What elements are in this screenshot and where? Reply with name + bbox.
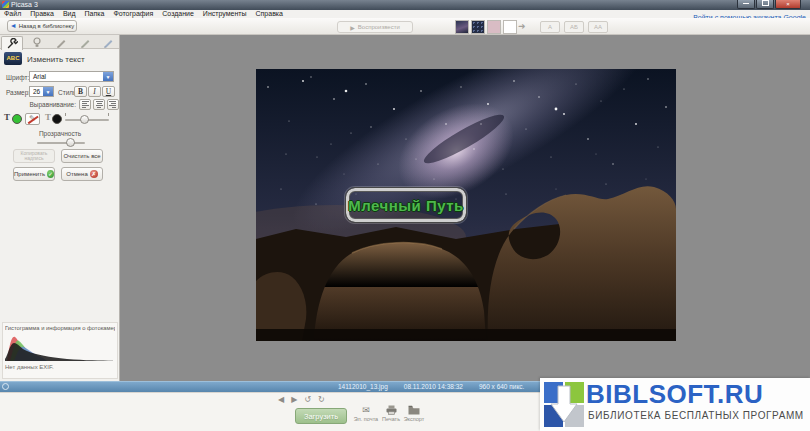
apply-label: Применить bbox=[14, 171, 45, 177]
tray-thumbnail[interactable] bbox=[455, 20, 469, 34]
tray-thumbnail[interactable] bbox=[487, 20, 501, 34]
tab-basic-fixes[interactable] bbox=[1, 36, 23, 50]
font-label: Шрифт: bbox=[6, 74, 29, 81]
clear-all-label: Очистить все bbox=[63, 153, 100, 159]
export-action[interactable]: Экспорт bbox=[397, 405, 431, 422]
menu-create[interactable]: Создание bbox=[162, 10, 194, 18]
check-icon: ✓ bbox=[47, 170, 54, 178]
email-icon: ✉ bbox=[362, 405, 370, 415]
histogram-title: Гистограмма и информация о фотокамере bbox=[5, 325, 115, 331]
close-button[interactable]: × bbox=[775, 0, 801, 9]
clear-all-button[interactable]: Очистить все bbox=[61, 149, 103, 163]
align-left-icon bbox=[82, 101, 89, 102]
italic-button[interactable]: I bbox=[88, 86, 101, 97]
photo-nav-icons: ◀ ▶ ↺ ↻ bbox=[278, 395, 325, 404]
tray-mini-button-3[interactable]: АА bbox=[588, 21, 608, 33]
tab-effects-1[interactable] bbox=[50, 36, 72, 49]
minimize-icon bbox=[743, 3, 749, 4]
upload-button[interactable]: Загрузить bbox=[295, 408, 347, 424]
chevron-down-icon[interactable]: ▼ bbox=[43, 87, 53, 96]
align-left-button[interactable] bbox=[79, 99, 91, 110]
app-window: Picasa 3 × Файл Правка Вид Папка Фотогра… bbox=[0, 0, 810, 431]
align-center-icon bbox=[96, 101, 103, 102]
menu-edit[interactable]: Правка bbox=[30, 10, 54, 18]
bold-button[interactable]: B bbox=[74, 86, 87, 97]
text-tool-icon: ABC bbox=[4, 52, 22, 65]
minimize-button[interactable] bbox=[737, 0, 755, 9]
align-right-icon bbox=[109, 101, 116, 102]
underline-button[interactable]: U bbox=[102, 86, 115, 97]
transparency-slider-handle[interactable] bbox=[66, 138, 75, 147]
outline-color-t: T bbox=[45, 112, 51, 122]
exif-status: Нет данных EXIF. bbox=[5, 364, 54, 370]
text-fill-color-swatch[interactable] bbox=[12, 114, 22, 124]
title-bar: Picasa 3 × bbox=[0, 0, 810, 10]
export-label: Экспорт bbox=[404, 416, 425, 422]
next-photo-icon[interactable]: ▶ bbox=[291, 395, 297, 404]
panel-title: Изменить текст bbox=[27, 55, 85, 64]
back-to-library-button[interactable]: ◄ Назад в библиотеку bbox=[7, 20, 77, 32]
tray-mini-button-2[interactable]: АБ bbox=[564, 21, 584, 33]
printer-icon bbox=[386, 405, 397, 415]
sync-icon bbox=[2, 383, 9, 390]
copy-caption-button: Копировать надпись bbox=[13, 149, 55, 163]
tray-thumbnail[interactable] bbox=[503, 20, 517, 34]
alignment-label: Выравнивание: bbox=[0, 101, 76, 108]
menu-help[interactable]: Справка bbox=[256, 10, 283, 18]
align-center-button[interactable] bbox=[93, 99, 105, 110]
size-value: 26 bbox=[30, 88, 43, 95]
brush-icon bbox=[56, 37, 67, 48]
window-title: Picasa 3 bbox=[11, 1, 38, 8]
prev-photo-icon[interactable]: ◀ bbox=[278, 395, 284, 404]
status-filename: 14112010_13.jpg bbox=[338, 382, 388, 391]
histogram-chart bbox=[5, 333, 113, 361]
status-date: 08.11.2010 14:38:32 bbox=[404, 382, 463, 391]
menu-tools[interactable]: Инструменты bbox=[203, 10, 247, 18]
transparency-slider[interactable] bbox=[37, 142, 85, 144]
transparency-label: Прозрачность bbox=[0, 130, 120, 137]
slider-tick bbox=[65, 113, 66, 116]
lightbulb-icon bbox=[32, 37, 42, 48]
folder-icon bbox=[408, 405, 420, 415]
tab-effects-3[interactable] bbox=[97, 36, 119, 49]
outline-width-slider-handle[interactable] bbox=[80, 115, 89, 124]
menu-photo[interactable]: Фотография bbox=[113, 10, 153, 18]
maximize-button[interactable] bbox=[756, 0, 774, 9]
outline-color-swatch[interactable] bbox=[52, 114, 62, 124]
caption-text[interactable]: Млечный Путь bbox=[348, 197, 464, 214]
rotate-right-icon[interactable]: ↻ bbox=[318, 395, 325, 404]
back-arrow-icon: ◄ bbox=[10, 23, 17, 29]
photo-canvas[interactable]: Млечный Путь bbox=[256, 69, 676, 341]
biblsoft-watermark: BIBLSOFT.RU БИБЛИОТЕКА БЕСПЛАТНЫХ ПРОГРА… bbox=[540, 378, 810, 431]
watermark-title: BIBLSOFT.RU bbox=[586, 381, 763, 407]
biblsoft-logo-icon bbox=[544, 382, 584, 427]
picasa-app-icon bbox=[2, 1, 9, 8]
size-select[interactable]: 26 ▼ bbox=[29, 86, 54, 97]
play-icon: ▶ bbox=[350, 24, 355, 31]
menu-view[interactable]: Вид bbox=[63, 10, 76, 18]
play-label: Воспроизвести bbox=[358, 24, 400, 30]
cancel-button[interactable]: Отмена ✗ bbox=[61, 167, 103, 181]
tray-mini-button-1[interactable]: A bbox=[540, 21, 560, 33]
font-value: Arial bbox=[30, 73, 103, 80]
chevron-down-icon[interactable]: ▼ bbox=[103, 72, 113, 81]
close-icon: × bbox=[786, 1, 790, 7]
menu-folder[interactable]: Папка bbox=[85, 10, 105, 18]
tray-thumbnail[interactable] bbox=[471, 20, 485, 34]
cancel-label: Отмена bbox=[66, 171, 88, 177]
upload-label: Загрузить bbox=[304, 412, 338, 421]
maximize-icon bbox=[762, 0, 769, 6]
tray-arrow-icon: ➜ bbox=[518, 21, 526, 31]
menu-file[interactable]: Файл bbox=[4, 10, 21, 18]
tab-tuning[interactable] bbox=[26, 36, 48, 49]
no-outline-button[interactable]: ✎ bbox=[25, 113, 40, 125]
font-select[interactable]: Arial ▼ bbox=[29, 71, 114, 82]
rotate-left-icon[interactable]: ↺ bbox=[304, 395, 311, 404]
tab-effects-2[interactable] bbox=[74, 36, 96, 49]
watermark-subtitle: БИБЛИОТЕКА БЕСПЛАТНЫХ ПРОГРАММ bbox=[588, 410, 804, 421]
slider-tick bbox=[108, 113, 109, 116]
align-right-button[interactable] bbox=[107, 99, 119, 110]
caption-selection-box[interactable]: Млечный Путь bbox=[345, 187, 467, 223]
play-slideshow-button[interactable]: ▶ Воспроизвести bbox=[337, 21, 413, 33]
apply-button[interactable]: Применить ✓ bbox=[13, 167, 55, 181]
